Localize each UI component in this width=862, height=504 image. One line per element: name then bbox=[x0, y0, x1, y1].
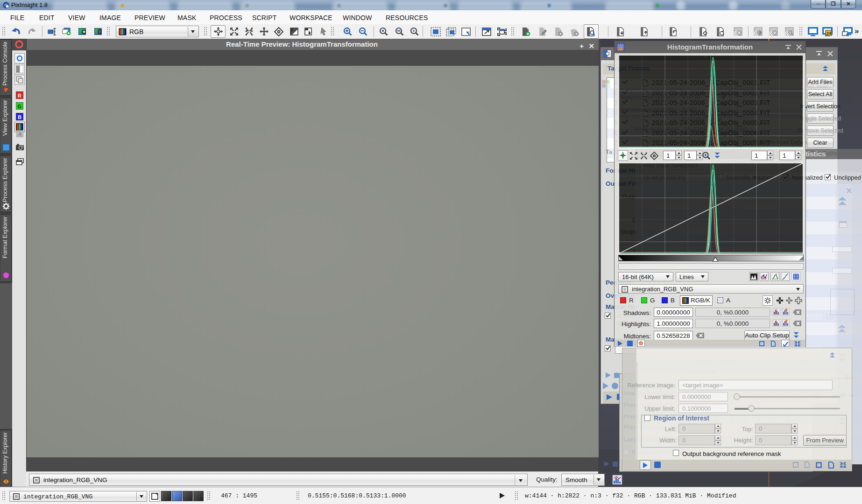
svg-text:R: R bbox=[18, 93, 21, 98]
svg-text:G: G bbox=[18, 104, 22, 109]
svg-text:B: B bbox=[18, 114, 21, 120]
svg-text:24: 24 bbox=[826, 30, 831, 35]
svg-text:A: A bbox=[18, 131, 21, 136]
